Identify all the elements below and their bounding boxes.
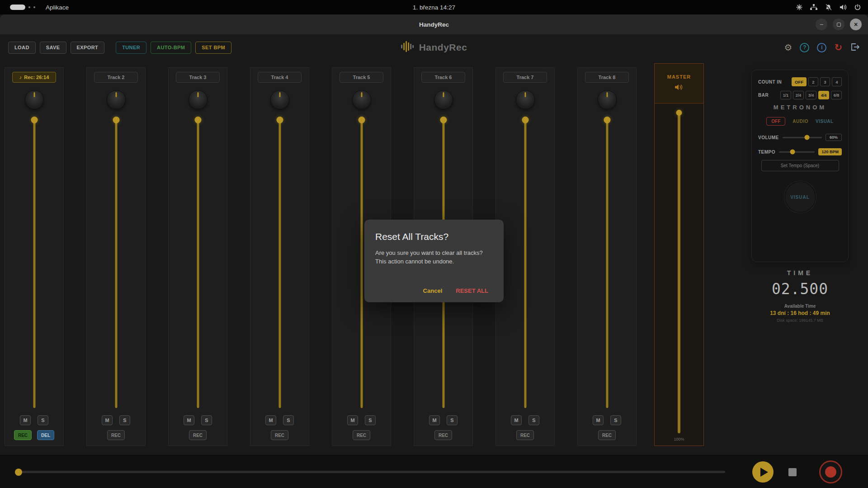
desktop: Aplikace 1. března 14:27 HandyRec − [0, 0, 868, 488]
dialog-body-line1: Are you sure you want to clear all track… [375, 249, 493, 258]
reset-all-button[interactable]: RESET ALL [456, 287, 488, 294]
reset-dialog: Reset All Tracks? Are you sure you want … [364, 220, 504, 302]
dialog-body-line2: This action cannot be undone. [375, 258, 493, 266]
cancel-button[interactable]: Cancel [423, 287, 443, 294]
dialog-body: Are you sure you want to clear all track… [375, 249, 493, 266]
dialog-title: Reset All Tracks? [375, 231, 493, 242]
modal-overlay: Reset All Tracks? Are you sure you want … [0, 0, 868, 488]
